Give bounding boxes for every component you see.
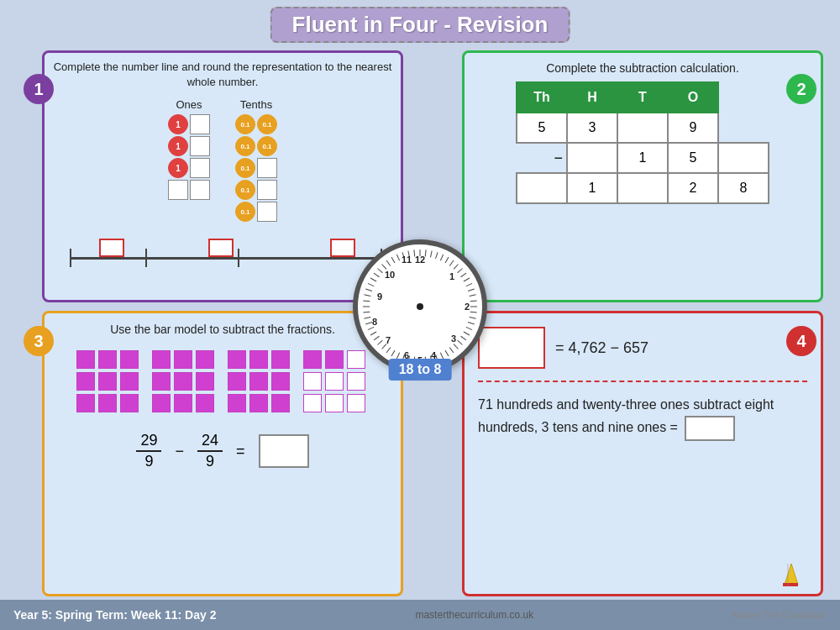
svg-marker-73 bbox=[785, 564, 798, 585]
frac-cell bbox=[174, 372, 192, 391]
frac-cell bbox=[325, 372, 344, 391]
frac-cell bbox=[76, 372, 95, 391]
o-col: O bbox=[668, 82, 718, 113]
tenths-cell-3: 0.1 bbox=[235, 136, 255, 156]
svg-line-18 bbox=[468, 323, 475, 324]
q4-answer-inline[interactable] bbox=[685, 416, 735, 441]
q3-answer-box[interactable] bbox=[259, 434, 309, 468]
nl-answer-box-2[interactable] bbox=[208, 239, 234, 257]
footer-right: Master The Curriculum bbox=[732, 610, 827, 620]
frac-cell bbox=[76, 350, 95, 369]
question-4-box: = 4,762 − 657 71 hundreds and twenty-thr… bbox=[462, 311, 823, 596]
r3c0: 1 bbox=[567, 173, 617, 203]
svg-line-49 bbox=[368, 283, 374, 286]
q2-instruction: Complete the subtraction calculation. bbox=[465, 53, 821, 81]
svg-line-35 bbox=[391, 350, 395, 356]
subtraction-table: Th H T O 5 3 9 − 1 5 1 2 8 bbox=[516, 81, 769, 204]
minus-operator: − bbox=[175, 443, 184, 460]
svg-line-39 bbox=[374, 336, 379, 340]
tenths-cell-6 bbox=[257, 158, 277, 178]
nl-tick-3 bbox=[238, 249, 239, 267]
svg-line-55 bbox=[391, 257, 395, 263]
fraction-1: 29 9 bbox=[136, 433, 161, 471]
footer: Year 5: Spring Term: Week 11: Day 2 mast… bbox=[0, 600, 840, 630]
th-col: Th bbox=[517, 82, 567, 113]
clock-container: 12 1 2 3 4 5 6 7 8 9 10 11 18 to 8 bbox=[353, 239, 487, 374]
frac-cell bbox=[249, 372, 268, 391]
fraction-equation: 29 9 − 24 9 = bbox=[45, 433, 401, 471]
frac-cell bbox=[347, 372, 365, 391]
ones-cell-4 bbox=[190, 136, 210, 156]
frac-cell bbox=[174, 394, 192, 412]
svg-line-6 bbox=[449, 260, 454, 265]
ones-cell-5: 1 bbox=[168, 158, 188, 178]
frac-cell bbox=[120, 350, 139, 369]
svg-line-53 bbox=[381, 264, 386, 269]
nl-tick-1 bbox=[70, 249, 71, 267]
tenths-cell-7: 0.1 bbox=[235, 180, 255, 200]
tenths-cell-4: 0.1 bbox=[257, 136, 277, 156]
svg-text:10: 10 bbox=[385, 270, 395, 280]
ones-cell-7 bbox=[168, 180, 188, 200]
svg-point-72 bbox=[417, 303, 423, 310]
page-title: Fluent in Four - Revision bbox=[270, 7, 570, 43]
frac-cell bbox=[271, 372, 290, 391]
table-minus-row: − 1 5 bbox=[517, 143, 769, 173]
svg-line-40 bbox=[370, 332, 376, 335]
svg-text:7: 7 bbox=[386, 335, 391, 345]
svg-line-11 bbox=[466, 283, 472, 286]
svg-line-43 bbox=[364, 317, 370, 318]
question-number-1: 1 bbox=[24, 74, 54, 104]
frac-cell bbox=[152, 372, 171, 391]
nl-tick-2 bbox=[145, 249, 147, 267]
svg-text:3: 3 bbox=[451, 333, 456, 344]
tenths-section: Tenths 0.1 0.1 0.1 0.1 0.1 0.1 0.1 bbox=[235, 98, 277, 222]
svg-line-50 bbox=[370, 278, 376, 281]
frac-square-1 bbox=[76, 350, 142, 416]
clock-svg: 12 1 2 3 4 5 6 7 8 9 10 11 bbox=[358, 244, 482, 369]
svg-line-48 bbox=[365, 289, 372, 291]
frac-cell bbox=[98, 372, 117, 391]
frac-cell bbox=[120, 394, 139, 412]
q4-divider bbox=[478, 381, 807, 382]
t-col: T bbox=[617, 82, 668, 113]
frac-cell bbox=[228, 372, 246, 391]
q1-instruction: Complete the number line and round the r… bbox=[45, 53, 401, 93]
ones-grid: 1 1 1 bbox=[168, 114, 210, 200]
svg-line-7 bbox=[454, 264, 458, 269]
svg-line-10 bbox=[464, 278, 470, 281]
svg-line-17 bbox=[470, 317, 476, 318]
number-line bbox=[61, 232, 384, 282]
r2c3 bbox=[718, 143, 769, 173]
q4-answer-box-top[interactable] bbox=[478, 327, 545, 369]
svg-line-14 bbox=[470, 301, 477, 302]
r2c0 bbox=[567, 143, 617, 173]
nl-answer-box-3[interactable] bbox=[330, 239, 355, 257]
frac-cell bbox=[249, 394, 268, 412]
frac-cell bbox=[120, 372, 139, 391]
r3c1 bbox=[617, 173, 668, 203]
frac-cell bbox=[303, 394, 322, 412]
logo-area bbox=[776, 559, 827, 593]
r1c0: 5 bbox=[517, 113, 567, 143]
nl-answer-box-1[interactable] bbox=[99, 239, 124, 257]
svg-line-51 bbox=[374, 273, 379, 277]
svg-line-47 bbox=[364, 295, 370, 297]
equals-sign: = bbox=[236, 443, 245, 460]
clock-time-label: 18 to 8 bbox=[389, 359, 452, 381]
table-header-row: Th H T O bbox=[517, 82, 769, 113]
frac-cell bbox=[249, 350, 268, 369]
question-number-3: 3 bbox=[24, 326, 54, 356]
table-row-1: 5 3 9 bbox=[517, 113, 769, 143]
frac-square-2 bbox=[152, 350, 218, 416]
svg-rect-74 bbox=[783, 583, 798, 586]
tenths-cell-8 bbox=[257, 180, 277, 200]
q4-equation: = 4,762 − 657 bbox=[555, 339, 648, 357]
svg-line-19 bbox=[466, 327, 472, 329]
svg-line-16 bbox=[470, 312, 477, 312]
frac2-line bbox=[197, 450, 223, 452]
bar-model bbox=[45, 350, 401, 416]
svg-line-12 bbox=[468, 289, 475, 291]
svg-line-24 bbox=[449, 348, 454, 353]
footer-left: Year 5: Spring Term: Week 11: Day 2 bbox=[13, 608, 216, 622]
